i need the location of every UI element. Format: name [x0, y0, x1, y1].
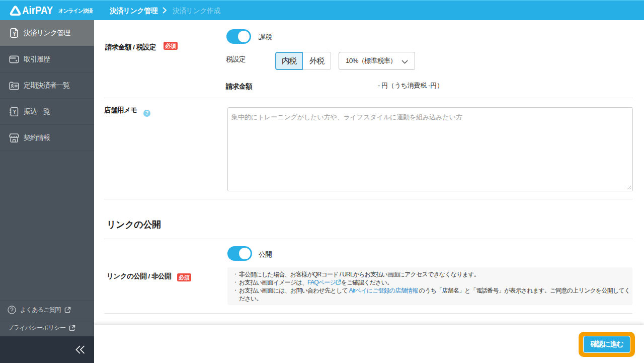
svg-text:¥: ¥ — [13, 31, 16, 37]
svg-text:¥: ¥ — [13, 109, 16, 115]
